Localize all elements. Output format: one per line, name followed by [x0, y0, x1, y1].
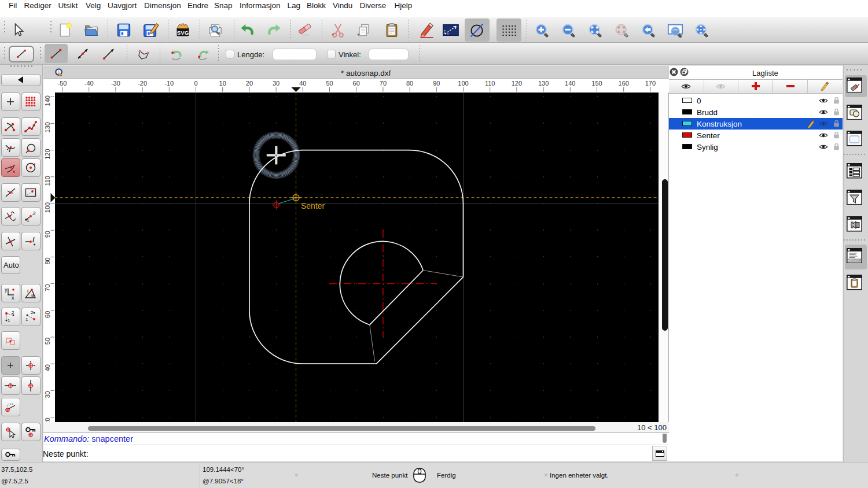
svg-text:C command: C command — [849, 259, 860, 261]
svg-text:Senter: Senter — [301, 201, 325, 210]
